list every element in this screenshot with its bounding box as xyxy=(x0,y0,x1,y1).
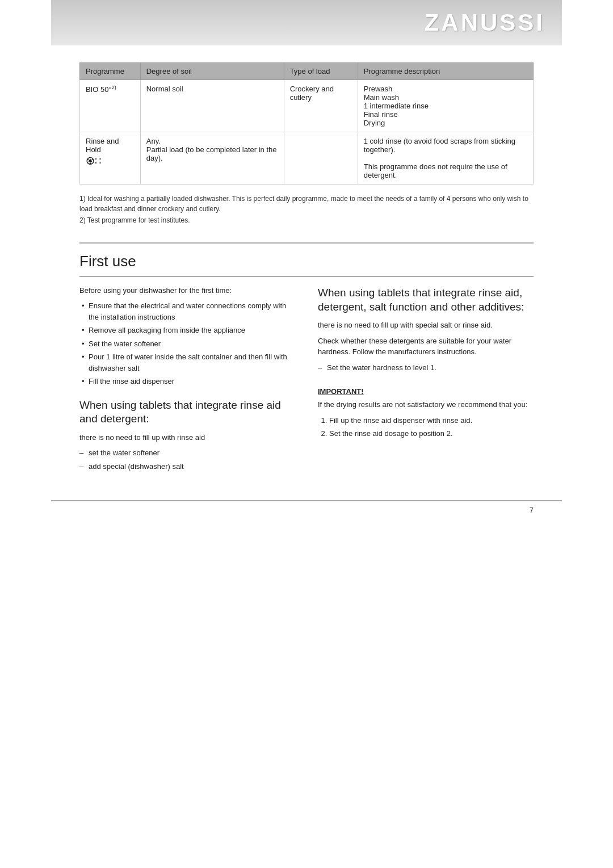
two-column-layout: Before using your dishwasher for the fir… xyxy=(79,286,534,477)
programme-cell-rinse: Rinse and Hold ♼∷ xyxy=(80,132,141,184)
description-cell-bio: PrewashMain wash1 intermediate rinseFina… xyxy=(358,80,533,132)
tablets-rinse-dashes: set the water softener add special (dish… xyxy=(79,447,295,472)
list-item: Set the rinse aid dosage to position 2. xyxy=(329,428,534,439)
tablets-all-body1: there is no need to fill up with special… xyxy=(318,320,534,331)
first-use-bullets: Ensure that the electrical and water con… xyxy=(79,300,295,387)
first-use-title: First use xyxy=(79,253,534,270)
col-type-of-load: Type of load xyxy=(284,63,358,80)
important-numbered-list: Fill up the rinse aid dispenser with rin… xyxy=(318,415,534,439)
main-content: Programme Degree of soil Type of load Pr… xyxy=(51,62,562,477)
page-footer: 7 xyxy=(51,500,562,519)
zanussi-logo: ZANUSSI xyxy=(425,9,545,36)
col-programme-description: Programme description xyxy=(358,63,533,80)
important-label: IMPORTANT! xyxy=(318,387,534,396)
type-load-cell-bio: Crockery and cutlery xyxy=(284,80,358,132)
footnotes: 1) Ideal for washing a partially loaded … xyxy=(79,194,534,225)
programme-table: Programme Degree of soil Type of load Pr… xyxy=(79,62,534,184)
degree-soil-cell-rinse: Any.Partial load (to be completed later … xyxy=(140,132,284,184)
section-divider-2 xyxy=(79,276,534,277)
list-item: add special (dishwasher) salt xyxy=(79,461,295,472)
tablets-all-title: When using tablets that integrate rinse … xyxy=(318,286,534,314)
rinse-icon: ♼∷ xyxy=(86,155,135,167)
description-cell-rinse: 1 cold rinse (to avoid food scraps from … xyxy=(358,132,533,184)
table-header-row: Programme Degree of soil Type of load Pr… xyxy=(80,63,534,80)
tablets-all-dash-list: Set the water hardness to level 1. xyxy=(318,362,534,374)
important-body: If the drying results are not satisfacto… xyxy=(318,399,534,410)
tablets-rinse-body: there is no need to fill up with rinse a… xyxy=(79,432,295,443)
table-row: BIO 50°2) Normal soil Crockery and cutle… xyxy=(80,80,534,132)
section-divider xyxy=(79,242,534,244)
list-item: Fill up the rinse aid dispenser with rin… xyxy=(329,415,534,426)
col-programme: Programme xyxy=(80,63,141,80)
footnote-1: 1) Ideal for washing a partially loaded … xyxy=(79,194,534,214)
left-column: Before using your dishwasher for the fir… xyxy=(79,286,295,477)
list-item: set the water softener xyxy=(79,447,295,459)
list-item: Set the water hardness to level 1. xyxy=(318,362,534,374)
list-item: Set the water softener xyxy=(79,338,295,350)
list-item: Ensure that the electrical and water con… xyxy=(79,300,295,322)
type-load-cell-rinse xyxy=(284,132,358,184)
page-header: ZANUSSI xyxy=(51,0,562,45)
list-item: Remove all packaging from inside the app… xyxy=(79,325,295,336)
list-item: Pour 1 litre of water inside the salt co… xyxy=(79,351,295,374)
tablets-all-body2: Check whether these detergents are suita… xyxy=(318,336,534,358)
programme-cell-bio: BIO 50°2) xyxy=(80,80,141,132)
page-number: 7 xyxy=(530,506,534,514)
degree-soil-cell-bio: Normal soil xyxy=(140,80,284,132)
list-item: Fill the rinse aid dispenser xyxy=(79,376,295,387)
tablets-rinse-title: When using tablets that integrate rinse … xyxy=(79,399,295,426)
footnote-2: 2) Test programme for test institutes. xyxy=(79,215,534,225)
right-column: When using tablets that integrate rinse … xyxy=(318,286,534,477)
table-row: Rinse and Hold ♼∷ Any.Partial load (to b… xyxy=(80,132,534,184)
first-use-intro: Before using your dishwasher for the fir… xyxy=(79,286,295,295)
col-degree-of-soil: Degree of soil xyxy=(140,63,284,80)
